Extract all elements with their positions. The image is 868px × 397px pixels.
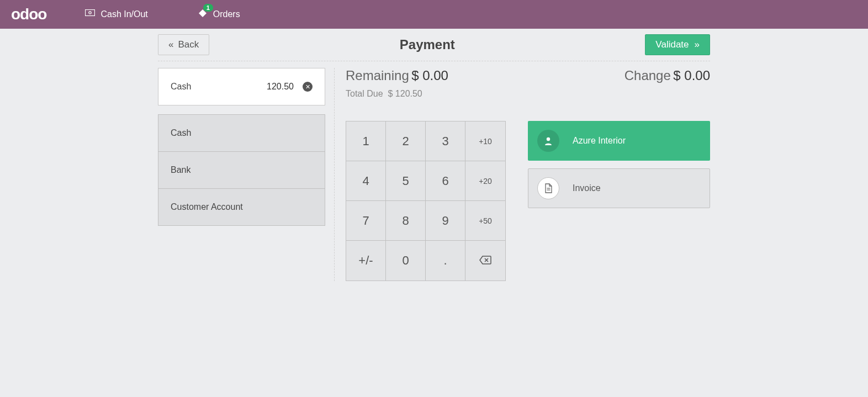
payment-line-amount: 120.50 [267, 82, 294, 92]
back-button[interactable]: « Back [158, 34, 209, 55]
numpad-4[interactable]: 4 [346, 161, 386, 201]
payment-methods: Cash Bank Customer Account [158, 114, 325, 226]
numpad-sign[interactable]: +/- [346, 241, 386, 280]
chevron-right-icon: » [695, 39, 700, 50]
back-label: Back [178, 39, 199, 50]
validate-button[interactable]: Validate » [645, 34, 710, 55]
svg-rect-0 [86, 10, 95, 16]
ticket-icon: 1 [198, 8, 208, 20]
total-due-label: Total Due [346, 89, 383, 98]
method-cash-button[interactable]: Cash [158, 115, 325, 151]
numpad-backspace[interactable] [465, 241, 505, 280]
page-header: « Back Payment Validate » [158, 33, 710, 61]
numpad-9[interactable]: 9 [426, 201, 465, 241]
method-bank-button[interactable]: Bank [158, 151, 325, 188]
validate-label: Validate [655, 39, 689, 50]
cash-icon [85, 9, 95, 19]
nav-cash-in-out[interactable]: Cash In/Out [85, 9, 147, 19]
numpad-plus10[interactable]: +10 [465, 121, 505, 161]
invoice-button[interactable]: Invoice [528, 168, 710, 208]
numpad-plus20[interactable]: +20 [465, 161, 505, 201]
numpad-3[interactable]: 3 [426, 121, 465, 161]
numpad-8[interactable]: 8 [386, 201, 426, 241]
invoice-label: Invoice [573, 183, 601, 193]
svg-point-2 [547, 137, 550, 141]
total-due-value: $ 120.50 [388, 89, 422, 98]
numpad-1[interactable]: 1 [346, 121, 386, 161]
nav-orders-label: Orders [213, 9, 240, 19]
method-customer-account-button[interactable]: Customer Account [158, 188, 325, 225]
chevron-left-icon: « [168, 39, 173, 50]
customer-button[interactable]: Azure Interior [528, 121, 710, 161]
remaining-label: Remaining [346, 68, 409, 83]
page-title: Payment [400, 37, 455, 52]
remaining-value: $ 0.00 [411, 68, 448, 83]
svg-point-1 [89, 12, 91, 14]
backspace-icon [479, 253, 491, 268]
document-icon [537, 177, 559, 199]
change-label: Change [624, 68, 671, 83]
clear-icon[interactable]: ✕ [303, 82, 313, 92]
payment-line[interactable]: Cash 120.50 ✕ [158, 68, 325, 105]
numpad-0[interactable]: 0 [386, 241, 426, 280]
numpad-plus50[interactable]: +50 [465, 201, 505, 241]
nav-cash-label: Cash In/Out [100, 9, 147, 19]
numpad: 1 2 3 +10 4 5 6 +20 7 8 9 +50 +/- 0 . [346, 121, 506, 281]
numpad-2[interactable]: 2 [386, 121, 426, 161]
numpad-7[interactable]: 7 [346, 201, 386, 241]
numpad-6[interactable]: 6 [426, 161, 465, 201]
change-value: $ 0.00 [673, 68, 710, 83]
logo: odoo [11, 6, 46, 23]
nav-orders[interactable]: 1 Orders [198, 8, 240, 20]
numpad-dot[interactable]: . [426, 241, 465, 280]
user-icon [537, 130, 559, 152]
payment-summary: Remaining $ 0.00 Total Due $ 120.50 Chan… [346, 68, 710, 99]
payment-line-method: Cash [171, 82, 191, 92]
numpad-5[interactable]: 5 [386, 161, 426, 201]
customer-label: Azure Interior [573, 136, 626, 146]
top-nav: odoo Cash In/Out 1 Orders [0, 0, 868, 29]
orders-badge: 1 [203, 4, 213, 12]
